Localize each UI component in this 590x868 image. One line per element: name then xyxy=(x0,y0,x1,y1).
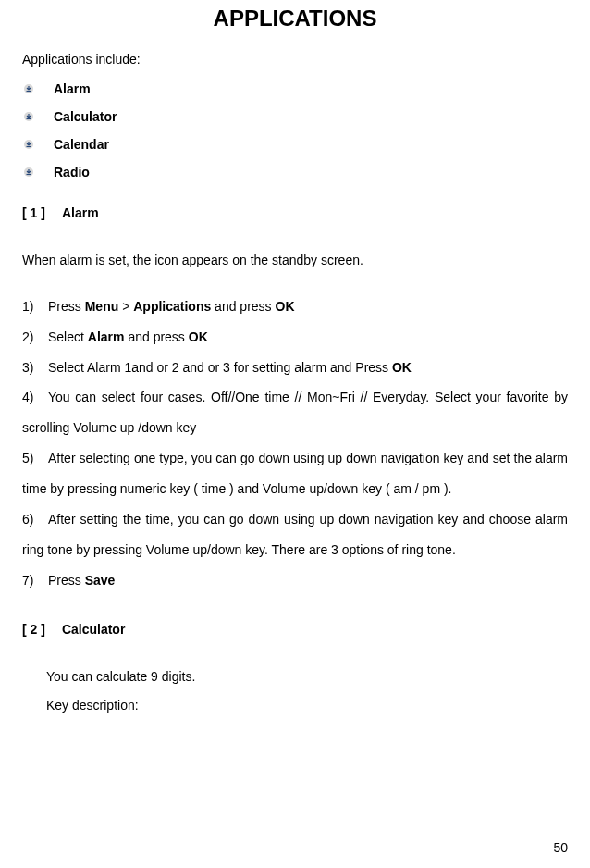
section-2-line2: Key description: xyxy=(46,691,568,720)
section-1-description: When alarm is set, the icon appears on t… xyxy=(22,246,568,275)
page-number: 50 xyxy=(553,840,568,855)
download-arrow-icon xyxy=(24,84,33,93)
section-number: [ 1 ] xyxy=(22,205,45,220)
step-6: 6)After setting the time, you can go dow… xyxy=(22,504,568,565)
step-3: 3)Select Alarm 1and or 2 and or 3 for se… xyxy=(22,353,568,383)
section-2-heading: [ 2 ]Calculator xyxy=(22,622,568,637)
download-arrow-icon xyxy=(24,167,33,177)
step-text-bold: Save xyxy=(85,573,116,588)
section-number: [ 2 ] xyxy=(22,622,45,637)
step-text-bold: OK xyxy=(276,299,295,314)
list-item-label: Alarm xyxy=(54,81,91,96)
list-item: Calculator xyxy=(22,109,568,124)
download-arrow-icon xyxy=(24,112,33,121)
step-5: 5)After selecting one type, you can go d… xyxy=(22,443,568,504)
step-text-bold: OK xyxy=(189,329,208,344)
step-text: Press xyxy=(48,573,85,588)
section-2-line1: You can calculate 9 digits. xyxy=(46,663,568,691)
step-text-bold: Alarm xyxy=(88,329,125,344)
step-text: Select xyxy=(48,329,88,344)
step-text-bold: OK xyxy=(392,360,412,375)
step-text: Select Alarm 1and or 2 and or 3 for sett… xyxy=(48,360,392,375)
step-text-bold: Menu xyxy=(85,299,119,314)
list-item-label: Radio xyxy=(54,165,90,180)
list-item-label: Calculator xyxy=(54,109,117,124)
intro-text: Applications include: xyxy=(22,52,568,67)
section-1-steps: 1)Press Menu > Applications and press OK… xyxy=(22,291,568,596)
section-label: Alarm xyxy=(62,205,99,220)
step-text: and press xyxy=(125,329,189,344)
list-item: Alarm xyxy=(22,81,568,96)
step-text: and press xyxy=(211,299,275,314)
step-text: After setting the time, you can go down … xyxy=(22,512,568,557)
section-label: Calculator xyxy=(62,622,125,637)
page-title: APPLICATIONS xyxy=(22,6,568,31)
list-item: Radio xyxy=(22,165,568,180)
list-item-label: Calendar xyxy=(54,137,109,152)
list-item: Calendar xyxy=(22,137,568,152)
step-1: 1)Press Menu > Applications and press OK xyxy=(22,291,568,322)
step-text: You can select four cases. Off//One time… xyxy=(22,390,568,435)
step-text-bold: Applications xyxy=(133,299,211,314)
step-2: 2)Select Alarm and press OK xyxy=(22,322,568,353)
step-text: Press xyxy=(48,299,85,314)
step-4: 4)You can select four cases. Off//One ti… xyxy=(22,382,568,443)
applications-list: Alarm Calculator Calendar Rad xyxy=(22,81,568,180)
download-arrow-icon xyxy=(24,140,33,149)
section-1-heading: [ 1 ]Alarm xyxy=(22,205,568,220)
step-7: 7)Press Save xyxy=(22,565,568,596)
step-text: After selecting one type, you can go dow… xyxy=(22,451,568,496)
step-text: > xyxy=(118,299,133,314)
